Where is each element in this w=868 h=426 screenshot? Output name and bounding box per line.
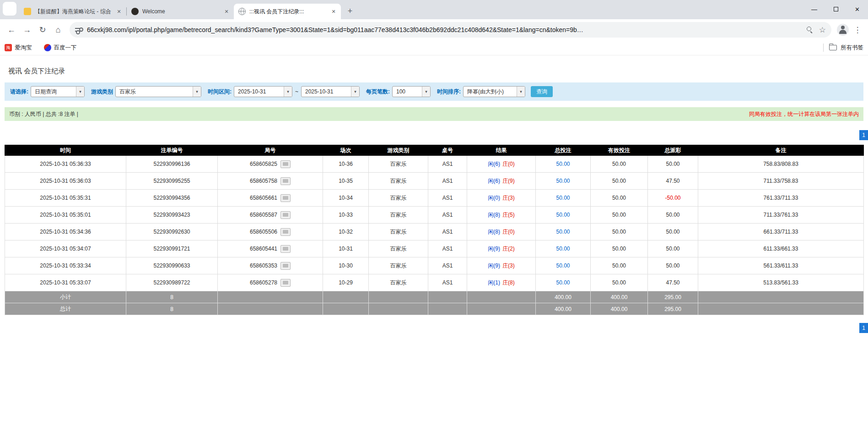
- date-to-select[interactable]: 2025-10-31 ▾: [301, 86, 360, 97]
- cell-game-type: 百家乐: [369, 156, 428, 173]
- bookmark-star-icon[interactable]: ☆: [819, 25, 826, 35]
- tab-forum[interactable]: 【新提醒】海燕策略论坛 - 综合 ✕: [19, 4, 126, 19]
- total-bet-link[interactable]: 50.00: [556, 212, 570, 218]
- forward-button[interactable]: →: [19, 22, 35, 38]
- header-valid-bet: 有效投注: [591, 145, 648, 156]
- chevron-down-icon[interactable]: ▾: [422, 87, 430, 97]
- home-button[interactable]: ⌂: [50, 22, 66, 38]
- replay-icon-glyph: [283, 213, 288, 217]
- bookmark-baidu[interactable]: 百度一下: [44, 44, 77, 52]
- cell-valid-bet: 50.00: [591, 224, 648, 240]
- header-round-id: 局号: [218, 145, 323, 156]
- cell-table-no: AS1: [428, 156, 467, 173]
- total-bet-link[interactable]: 50.00: [556, 161, 570, 167]
- tab-close-icon[interactable]: ✕: [223, 8, 230, 15]
- cell-time: 2025-10-31 05:34:07: [5, 240, 126, 257]
- cell-note: 711.33/758.83: [698, 173, 864, 190]
- tab-close-icon[interactable]: ✕: [330, 8, 337, 15]
- reload-button[interactable]: ↻: [35, 22, 50, 38]
- cell-total-bet: 50.00: [536, 224, 591, 240]
- query-mode-select[interactable]: 日期查询 ▾: [31, 86, 85, 97]
- total-bet-link[interactable]: 50.00: [556, 195, 570, 201]
- minimize-button[interactable]: —: [803, 0, 825, 18]
- replay-icon[interactable]: [280, 245, 291, 253]
- page-number-button[interactable]: 1: [859, 323, 868, 333]
- site-settings-icon[interactable]: [75, 26, 82, 33]
- cell-note: 513.83/561.33: [698, 274, 864, 291]
- chevron-down-icon[interactable]: ▾: [351, 87, 359, 97]
- total-valid-bet: 400.00: [591, 303, 648, 315]
- all-bookmarks-label[interactable]: 所有书签: [841, 44, 863, 52]
- url-text[interactable]: 66cxkj98.com/ipl/portal.php/game/betreco…: [87, 26, 803, 33]
- cell-note: 561.33/611.33: [698, 257, 864, 274]
- total-bet-link[interactable]: 50.00: [556, 229, 570, 235]
- url-bar[interactable]: 66cxkj98.com/ipl/portal.php/game/betreco…: [70, 22, 831, 38]
- page-number-button[interactable]: 1: [859, 130, 868, 140]
- cell-total-bet: 50.00: [536, 156, 591, 173]
- currency-summary: 币别 : 人民币 | 总共 :8 注单 |: [9, 110, 78, 118]
- tab-bet-records[interactable]: :::视讯 会员下注纪录::: ✕: [234, 4, 341, 19]
- replay-icon[interactable]: [280, 228, 291, 236]
- cell-result: 闲(0)庄(3): [467, 190, 536, 207]
- browser-toolbar: ← → ↻ ⌂ 66cxkj98.com/ipl/portal.php/game…: [0, 19, 868, 40]
- subtotal-label: 小计: [5, 291, 126, 303]
- result-player: 闲(8): [488, 212, 500, 218]
- maximize-button[interactable]: [825, 0, 846, 18]
- replay-icon[interactable]: [280, 160, 291, 168]
- header-game-type: 游戏类别: [369, 145, 428, 156]
- profile-icon[interactable]: [837, 24, 849, 36]
- cell-table-no: AS1: [428, 257, 467, 274]
- total-bet-link[interactable]: 50.00: [556, 178, 570, 184]
- total-bet-link[interactable]: 50.00: [556, 262, 570, 269]
- cell-game-type: 百家乐: [369, 173, 428, 190]
- sort-order-select[interactable]: 降幂(由大到小) ▾: [463, 86, 525, 97]
- tab-search-button[interactable]: [3, 2, 16, 16]
- chevron-down-icon[interactable]: ▾: [517, 87, 525, 97]
- tab-welcome[interactable]: Welcome ✕: [127, 4, 234, 19]
- game-type-select[interactable]: 百家乐 ▾: [115, 86, 201, 97]
- replay-icon[interactable]: [280, 211, 291, 219]
- query-button[interactable]: 查询: [531, 86, 553, 97]
- close-window-button[interactable]: ✕: [846, 0, 868, 18]
- chevron-down-icon[interactable]: ▾: [193, 87, 201, 97]
- replay-icon[interactable]: [280, 177, 291, 185]
- chevron-down-icon[interactable]: ▾: [76, 87, 84, 97]
- subtotal-empty: [428, 291, 467, 303]
- cell-session: 10-29: [323, 274, 369, 291]
- table-row: 2025-10-31 05:33:34 522930990633 6586053…: [5, 257, 864, 274]
- cell-payout: -50.00: [648, 190, 698, 207]
- zoom-icon[interactable]: [806, 26, 814, 33]
- cell-round-id: 658605441: [218, 240, 323, 257]
- cell-note: 611.33/661.33: [698, 240, 864, 257]
- subtotal-total-bet: 400.00: [536, 291, 591, 303]
- back-button[interactable]: ←: [4, 22, 19, 38]
- total-bet-link[interactable]: 50.00: [556, 279, 570, 286]
- date-from-select[interactable]: 2025-10-31 ▾: [234, 86, 292, 97]
- round-id: 658605825: [250, 160, 277, 167]
- replay-icon[interactable]: [280, 194, 291, 202]
- replay-icon[interactable]: [280, 262, 291, 270]
- cell-valid-bet: 50.00: [591, 207, 648, 224]
- new-tab-button[interactable]: +: [344, 5, 356, 17]
- bookmarks-right: 所有书签: [823, 44, 863, 52]
- cell-note: 758.83/808.83: [698, 156, 864, 173]
- total-empty: [698, 303, 864, 315]
- subtotal-empty: [467, 291, 536, 303]
- cell-time: 2025-10-31 05:34:36: [5, 224, 126, 240]
- cell-table-no: AS1: [428, 240, 467, 257]
- page-size-select[interactable]: 100 ▾: [392, 86, 431, 97]
- total-count: 8: [126, 303, 218, 315]
- bookmark-taobao[interactable]: 淘 爱淘宝: [5, 44, 32, 52]
- tab-close-icon[interactable]: ✕: [115, 8, 123, 15]
- total-bet-link[interactable]: 50.00: [556, 246, 570, 252]
- cell-total-bet: 50.00: [536, 173, 591, 190]
- result-player: 闲(8): [488, 229, 500, 235]
- round-id: 658605506: [250, 228, 277, 235]
- chevron-down-icon[interactable]: ▾: [284, 87, 292, 97]
- result-banker: 庄(0): [502, 229, 515, 235]
- browser-menu-icon[interactable]: ⋮: [851, 25, 864, 35]
- cell-payout: 50.00: [648, 207, 698, 224]
- replay-icon[interactable]: [280, 279, 291, 287]
- total-empty: [428, 303, 467, 315]
- all-bookmarks-folder-icon: [829, 45, 837, 50]
